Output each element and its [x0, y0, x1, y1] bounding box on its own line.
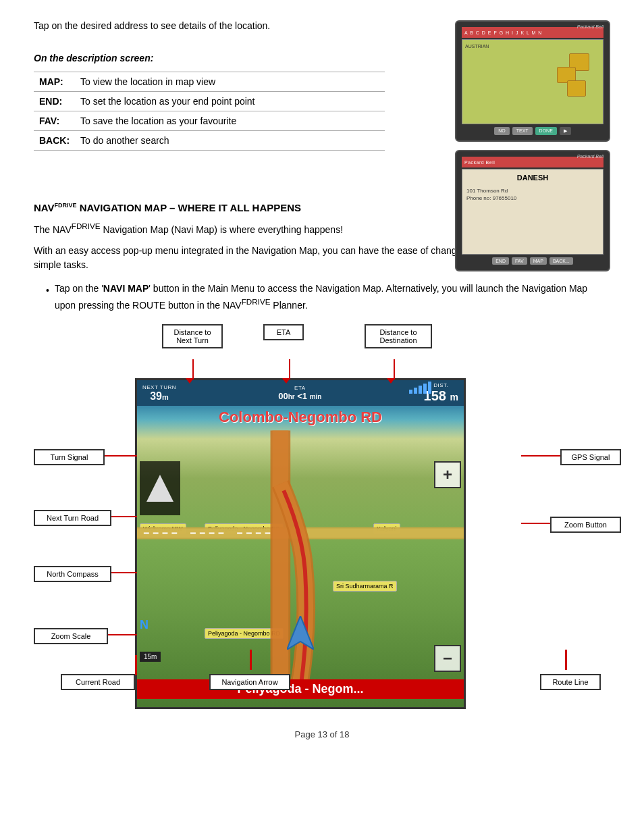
callout-turn-signal: Turn Signal — [34, 449, 105, 465]
next-turn-label: NEXT TURN — [142, 384, 176, 390]
bullet-point: • Tap on the 'NAVI MAP' button in the Ma… — [46, 282, 610, 313]
map-top-bar: NEXT TURN 39m ETA 00hr <1 min DIST. 158 … — [137, 380, 464, 406]
key-back: BACK: — [34, 131, 75, 151]
callout-north-compass: North Compass — [34, 566, 111, 582]
map-road-name: Colombo-Negombo RD — [137, 406, 464, 429]
desc-back: To do another search — [75, 131, 385, 151]
page-number: Page 13 of 18 — [295, 729, 350, 739]
svg-rect-6 — [273, 431, 289, 698]
dist-label: DIST. — [433, 382, 448, 388]
eta-value: 00hr <1 min — [278, 391, 321, 401]
zoom-plus-button[interactable]: + — [434, 461, 461, 488]
gps-signal-bars — [409, 380, 431, 394]
description-table: MAP: To view the location in map view EN… — [34, 72, 385, 151]
desc-fav: To save the location as your favourite — [75, 111, 385, 131]
page-footer: Page 13 of 18 — [34, 729, 610, 739]
callout-current-road: Current Road — [61, 674, 135, 690]
table-row: END: To set the location as your end poi… — [34, 92, 385, 111]
callout-distance-next-turn: Distance toNext Turn — [162, 324, 223, 348]
table-row: BACK: To do another search — [34, 131, 385, 151]
desc-end: To set the location as your end point po… — [75, 92, 385, 111]
table-row: MAP: To view the location in map view — [34, 72, 385, 92]
map-body: Wickrama MW Peliyagoda - Negombo RD Kaly… — [137, 429, 464, 699]
callout-gps-signal: GPS Signal — [560, 449, 621, 465]
zoom-minus-button[interactable]: − — [434, 645, 461, 672]
map-roads-svg — [137, 429, 464, 699]
callout-zoom-button: Zoom Button — [550, 517, 621, 533]
key-fav: FAV: — [34, 111, 75, 131]
callout-next-turn-road: Next Turn Road — [34, 510, 111, 526]
callout-distance-destination: Distance toDestination — [365, 324, 432, 348]
callout-navigation-arrow: Navigation Arrow — [209, 674, 290, 690]
navigation-arrow — [287, 616, 314, 652]
key-end: END: — [34, 92, 75, 111]
callout-eta: ETA — [263, 324, 304, 340]
callout-zoom-scale: Zoom Scale — [34, 628, 108, 644]
eta-label: ETA — [294, 385, 305, 391]
next-turn-value: 39m — [150, 390, 169, 402]
nav-sup: FDRIVE — [55, 202, 77, 209]
zoom-scale-indicator: 15m — [140, 652, 161, 662]
north-compass: N — [140, 618, 160, 638]
bottom-road-bar: Peliyagoda - Negom... — [137, 679, 464, 699]
svg-marker-7 — [287, 616, 314, 650]
nav-map-container: Distance toNext Turn ETA Distance toDest… — [34, 324, 621, 709]
desc-map: To view the location in map view — [75, 72, 385, 92]
nav-map-image: NEXT TURN 39m ETA 00hr <1 min DIST. 158 … — [135, 378, 466, 709]
table-row: FAV: To save the location as your favour… — [34, 111, 385, 131]
callout-route-line: Route Line — [540, 674, 601, 690]
key-map: MAP: — [34, 72, 75, 92]
